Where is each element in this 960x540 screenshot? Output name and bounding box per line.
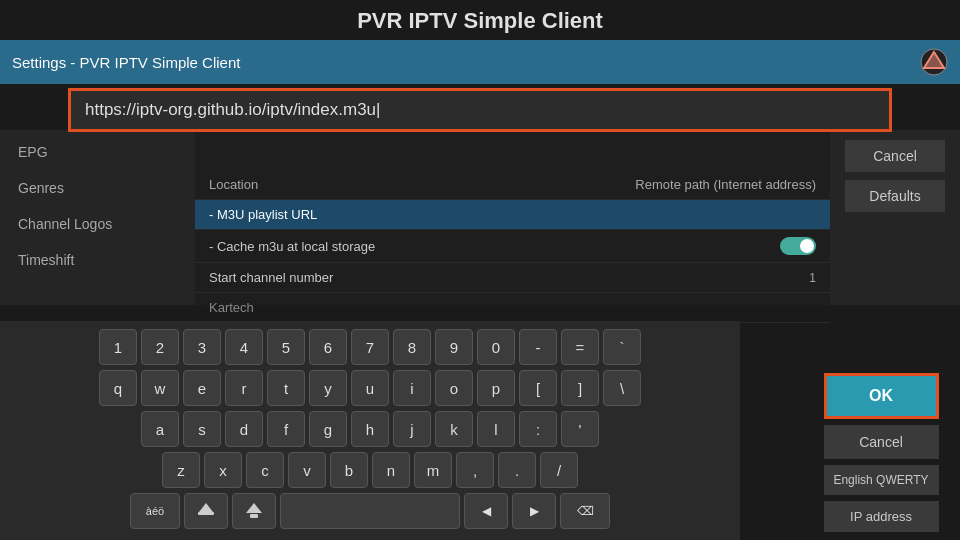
key-j[interactable]: j xyxy=(393,411,431,447)
cache-label: - Cache m3u at local storage xyxy=(209,239,780,254)
key-w[interactable]: w xyxy=(141,370,179,406)
sidebar: EPG Genres Channel Logos Timeshift xyxy=(0,130,195,305)
settings-header-label: Settings - PVR IPTV Simple Client xyxy=(12,54,240,71)
key-i[interactable]: i xyxy=(393,370,431,406)
key-0[interactable]: 0 xyxy=(477,329,515,365)
kodi-icon xyxy=(920,48,948,76)
svg-marker-5 xyxy=(246,503,262,513)
key-row-numbers: 1 2 3 4 5 6 7 8 9 0 - = ` xyxy=(10,329,730,365)
key-h[interactable]: h xyxy=(351,411,389,447)
key-4[interactable]: 4 xyxy=(225,329,263,365)
key-3[interactable]: 3 xyxy=(183,329,221,365)
sidebar-item-epg[interactable]: EPG xyxy=(0,134,195,170)
key-t[interactable]: t xyxy=(267,370,305,406)
key-b[interactable]: b xyxy=(330,452,368,488)
sidebar-item-timeshift[interactable]: Timeshift xyxy=(0,242,195,278)
location-label: Location xyxy=(209,177,635,192)
svg-marker-4 xyxy=(199,503,213,512)
ip-address-button[interactable]: IP address xyxy=(824,501,939,532)
key-f[interactable]: f xyxy=(267,411,305,447)
key-k[interactable]: k xyxy=(435,411,473,447)
keyboard-right-panel: OK Cancel English QWERTY IP address xyxy=(816,373,946,532)
key-n[interactable]: n xyxy=(372,452,410,488)
location-value: Remote path (Internet address) xyxy=(635,177,816,192)
key-left[interactable]: ◀ xyxy=(464,493,508,529)
key-6[interactable]: 6 xyxy=(309,329,347,365)
symbol-shift-icon xyxy=(195,500,217,522)
key-minus[interactable]: - xyxy=(519,329,557,365)
kartech-label: Kartech xyxy=(209,300,816,315)
key-o[interactable]: o xyxy=(435,370,473,406)
key-7[interactable]: 7 xyxy=(351,329,389,365)
key-backspace[interactable]: ⌫ xyxy=(560,493,610,529)
cancel-button-top[interactable]: Cancel xyxy=(845,140,945,172)
key-row-qwerty: q w e r t y u i o p [ ] \ xyxy=(10,370,730,406)
key-l[interactable]: l xyxy=(477,411,515,447)
key-comma[interactable]: , xyxy=(456,452,494,488)
keyboard-area: 1 2 3 4 5 6 7 8 9 0 - = ` q w e r t y u … xyxy=(0,321,740,540)
setting-row-m3u[interactable]: - M3U playlist URL xyxy=(195,200,830,230)
caps-icon xyxy=(243,500,265,522)
key-g[interactable]: g xyxy=(309,411,347,447)
key-equals[interactable]: = xyxy=(561,329,599,365)
main-area: EPG Genres Channel Logos Timeshift Locat… xyxy=(0,130,960,305)
key-c[interactable]: c xyxy=(246,452,284,488)
right-panel: Cancel Defaults xyxy=(830,130,960,305)
key-1[interactable]: 1 xyxy=(99,329,137,365)
setting-row-channel-number: Start channel number 1 xyxy=(195,263,830,293)
key-backslash[interactable]: \ xyxy=(603,370,641,406)
key-x[interactable]: x xyxy=(204,452,242,488)
key-9[interactable]: 9 xyxy=(435,329,473,365)
key-slash[interactable]: / xyxy=(540,452,578,488)
defaults-button[interactable]: Defaults xyxy=(845,180,945,212)
key-right[interactable]: ▶ xyxy=(512,493,556,529)
key-p[interactable]: p xyxy=(477,370,515,406)
key-z[interactable]: z xyxy=(162,452,200,488)
sidebar-item-channel-logos[interactable]: Channel Logos xyxy=(0,206,195,242)
key-m[interactable]: m xyxy=(414,452,452,488)
key-colon[interactable]: : xyxy=(519,411,557,447)
channel-number-label: Start channel number xyxy=(209,270,809,285)
settings-header-bar: Settings - PVR IPTV Simple Client xyxy=(0,40,960,84)
key-2[interactable]: 2 xyxy=(141,329,179,365)
key-backtick[interactable]: ` xyxy=(603,329,641,365)
key-d[interactable]: d xyxy=(225,411,263,447)
key-u[interactable]: u xyxy=(351,370,389,406)
key-space[interactable] xyxy=(280,493,460,529)
key-s[interactable]: s xyxy=(183,411,221,447)
key-lbracket[interactable]: [ xyxy=(519,370,557,406)
url-input-wrapper[interactable] xyxy=(68,88,892,132)
key-y[interactable]: y xyxy=(309,370,347,406)
key-v[interactable]: v xyxy=(288,452,326,488)
key-r[interactable]: r xyxy=(225,370,263,406)
key-8[interactable]: 8 xyxy=(393,329,431,365)
channel-number-value: 1 xyxy=(809,271,816,285)
key-quote[interactable]: ' xyxy=(561,411,599,447)
key-rbracket[interactable]: ] xyxy=(561,370,599,406)
svg-rect-6 xyxy=(250,514,258,518)
key-caps[interactable] xyxy=(232,493,276,529)
key-q[interactable]: q xyxy=(99,370,137,406)
key-e[interactable]: e xyxy=(183,370,221,406)
page-title: PVR IPTV Simple Client xyxy=(0,0,960,40)
key-row-asdf: a s d f g h j k l : ' xyxy=(10,411,730,447)
key-row-special: àéö ◀ ▶ ⌫ xyxy=(10,493,730,529)
key-a[interactable]: a xyxy=(141,411,179,447)
keyboard-layout-button[interactable]: English QWERTY xyxy=(824,465,939,495)
key-symbol-shift[interactable] xyxy=(184,493,228,529)
settings-content: Location Remote path (Internet address) … xyxy=(195,130,830,305)
key-period[interactable]: . xyxy=(498,452,536,488)
key-special-chars[interactable]: àéö xyxy=(130,493,180,529)
setting-row-location: Location Remote path (Internet address) xyxy=(195,170,830,200)
key-5[interactable]: 5 xyxy=(267,329,305,365)
key-row-zxcv: z x c v b n m , . / xyxy=(10,452,730,488)
m3u-label: - M3U playlist URL xyxy=(209,207,816,222)
cancel-button[interactable]: Cancel xyxy=(824,425,939,459)
setting-row-kartech: Kartech xyxy=(195,293,830,323)
setting-row-cache: - Cache m3u at local storage xyxy=(195,230,830,263)
url-input[interactable] xyxy=(71,91,889,129)
svg-rect-3 xyxy=(198,512,214,515)
sidebar-item-genres[interactable]: Genres xyxy=(0,170,195,206)
cache-toggle[interactable] xyxy=(780,237,816,255)
ok-button[interactable]: OK xyxy=(824,373,939,419)
